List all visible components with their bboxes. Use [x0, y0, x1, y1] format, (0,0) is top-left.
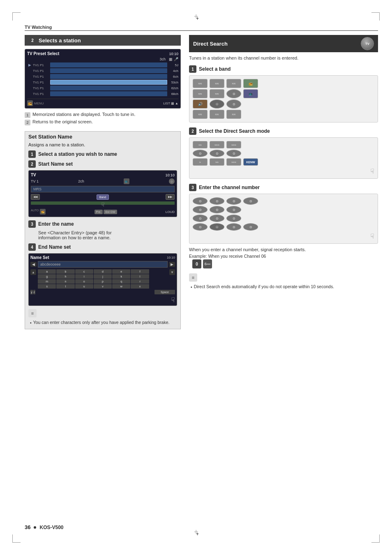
ch-circle-5[interactable]: ⊙	[193, 206, 208, 213]
pre-btn[interactable]: Pre.	[95, 210, 103, 214]
kbd-key-z[interactable]: z	[33, 290, 36, 294]
band-btn-speaker[interactable]: 🔊	[193, 99, 208, 109]
kbd-up-arrow[interactable]: ▲	[30, 269, 36, 275]
band-btn-tv2[interactable]: 📺	[243, 89, 258, 98]
selects-station-title-bar: 2 Selects a station	[25, 35, 181, 46]
ch-face-btn[interactable]: ☺	[210, 223, 224, 231]
band-btn-5[interactable]: ≈≈	[193, 89, 208, 98]
kbd-key-n[interactable]: n	[56, 279, 74, 284]
step3-ds-circle: 3	[189, 184, 196, 191]
ch-circle-10[interactable]: ⊙	[226, 215, 241, 222]
kbd-key-e[interactable]: e	[112, 269, 130, 274]
direct-search-title: Direct Search	[193, 41, 228, 47]
kbd-key-w[interactable]: w	[112, 284, 130, 289]
kbd-key-p[interactable]: p	[94, 279, 112, 284]
band-btn-tv[interactable]: 📻	[243, 79, 258, 88]
kbd-key-u[interactable]: u	[75, 284, 93, 289]
kbd-key-c[interactable]: c	[75, 269, 93, 274]
note-text-2: Returns to the original screen.	[32, 119, 93, 125]
selects-station-title: Selects a station	[39, 37, 81, 44]
prev-btn[interactable]: ◀◀	[31, 194, 40, 200]
left-column: 2 Selects a station TV Preset Select 10:…	[25, 35, 181, 333]
preset-screen-ch: 3ch	[159, 57, 166, 61]
ch-circle-12[interactable]: ⊙	[226, 223, 241, 231]
direct-search-title-bar: Direct Search TV	[189, 35, 378, 52]
preset-row-5: TV1 P1 68ch	[27, 91, 178, 96]
ch-circle-3[interactable]: ⊙	[226, 197, 241, 205]
kbd-space-key[interactable]: Space	[154, 290, 175, 294]
kbd-key-r[interactable]: r	[131, 279, 149, 284]
band-btn-empty2	[243, 110, 258, 119]
step3-label-ssn: 3 Enter the name	[28, 220, 177, 228]
band-btn[interactable]: Band	[97, 194, 109, 200]
band-btn-2[interactable]: ≈≈	[210, 79, 224, 88]
step4-text-ssn: End Name set	[38, 244, 71, 250]
kbd-key-t[interactable]: t	[56, 284, 74, 289]
ch-circle-6[interactable]: ⊙	[210, 206, 224, 213]
kbd-key-q[interactable]: q	[112, 279, 130, 284]
ch-circle-7[interactable]: ⊙	[226, 206, 241, 213]
ch-circle-9[interactable]: ⊙	[210, 215, 224, 222]
remote-circle-3[interactable]: ⊙	[226, 150, 241, 157]
kbd-key-o[interactable]: o	[75, 279, 93, 284]
ch-circle-13[interactable]: ⊙	[243, 223, 258, 231]
ch-circle-4[interactable]: ⊙	[243, 197, 258, 205]
page-product: KOS-V500	[39, 525, 63, 530]
band-btn-6[interactable]: ≈≈	[210, 89, 224, 98]
channel-grid-container: ⊙ ⊙ ⊙ ⊙ ⊙ ⊙ ⊙ ⊙ ⊙ ⊙ ⊙ ☺ ⊙ ⊙ ☟	[189, 194, 378, 244]
band-btn-9[interactable]: ≈≈	[193, 110, 208, 119]
kbd-key-x[interactable]: x	[131, 284, 149, 289]
est-gw-btn[interactable]: Est GW	[104, 210, 117, 214]
remote-btn-row3-1[interactable]: ≈	[193, 158, 208, 166]
note-num-1: 1	[25, 112, 30, 118]
kbd-key-y[interactable]: y	[30, 290, 33, 294]
kbd-key-f[interactable]: f	[131, 269, 149, 274]
remote-btn-2[interactable]: ≈≈≈	[210, 141, 224, 148]
remote-btn-1[interactable]: ≈≈	[193, 141, 208, 148]
band-btn-1[interactable]: ≈≈	[193, 79, 208, 88]
example-label: Example: When you receive Channel 06	[189, 254, 266, 259]
kbd-key-j[interactable]: j	[94, 274, 112, 279]
remote-circle-1[interactable]: ⊙	[193, 150, 208, 157]
kbd-key-k[interactable]: k	[112, 274, 130, 279]
kbd-key-d[interactable]: d	[94, 269, 112, 274]
note-num-2: 2	[25, 120, 30, 125]
band-btn-3[interactable]: ≈≈	[226, 79, 241, 88]
band-btn-face[interactable]: ☺	[210, 99, 224, 109]
kbd-key-g[interactable]: g	[38, 274, 56, 279]
remote-btn-row3-3[interactable]: ≈≈≈	[226, 158, 241, 166]
step1-text-ssn: Select a station you wish to name	[38, 151, 117, 157]
kbd-key-a[interactable]: a	[38, 269, 56, 274]
remote-circle-2[interactable]: ⊙	[210, 150, 224, 157]
remote-btn-3[interactable]: ≈≈≈	[226, 141, 241, 148]
step3-text-ssn: Enter the name	[38, 221, 74, 227]
remote-kenwood-btn[interactable]: KENW	[243, 158, 258, 166]
kbd-key-s[interactable]: s	[38, 284, 56, 289]
remote-btn-row3-2[interactable]: ≈≈	[210, 158, 224, 166]
ch-circle-2[interactable]: ⊙	[210, 197, 224, 205]
band-btn-10[interactable]: ≈≈	[210, 110, 224, 119]
ch-circle-8[interactable]: ⊙	[193, 215, 208, 222]
kbd-key-b[interactable]: b	[56, 269, 74, 274]
step2-ds-circle: 2	[189, 127, 196, 135]
ch-circle-11[interactable]: ⊙	[193, 223, 208, 231]
next-btn[interactable]: ▶▶	[166, 194, 175, 200]
page-footer: 36 KOS-V500	[25, 524, 378, 530]
kbd-key-i[interactable]: i	[75, 274, 93, 279]
nameset-input-field[interactable]: abcdeooeee	[38, 261, 168, 268]
step3-circle-ssn: 3	[28, 220, 36, 228]
kbd-key-m[interactable]: m	[38, 279, 56, 284]
kbd-key-h[interactable]: h	[56, 274, 74, 279]
page-header-text: TV Watching	[25, 25, 52, 30]
kbd-key-l[interactable]: l	[131, 274, 149, 279]
band-btn-circle[interactable]: ⊙	[226, 89, 241, 98]
kbd-key-v[interactable]: v	[94, 284, 112, 289]
band-btn-circle2[interactable]: ⊙	[226, 99, 241, 109]
step2-circle: 2	[29, 37, 36, 44]
step1-circle-ssn: 1	[28, 150, 36, 158]
reception-note: When you enter a channel number, signal …	[189, 247, 378, 252]
band-btn-11[interactable]: ≈≈	[226, 110, 241, 119]
preset-row-0: ▶ TV1 P1 5J	[27, 62, 178, 67]
ch-circle-1[interactable]: ⊙	[193, 197, 208, 205]
kbd-down-arrow[interactable]: ▼	[169, 269, 175, 275]
